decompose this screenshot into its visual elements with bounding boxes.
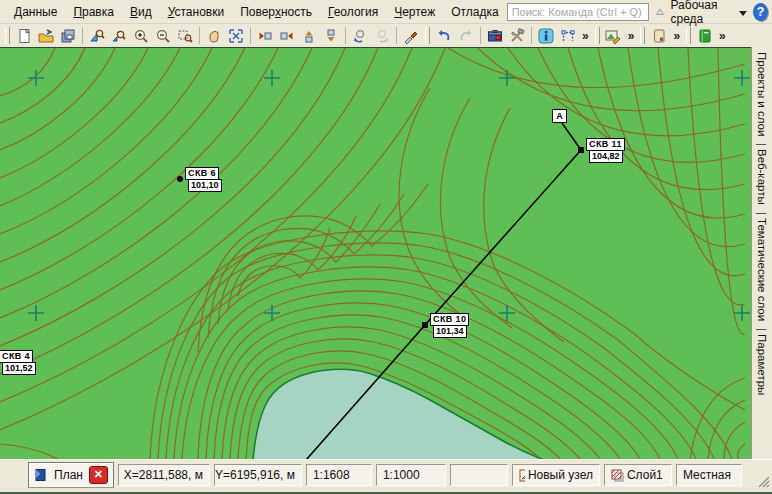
menu-item-3[interactable]: Вид — [122, 2, 160, 22]
redo-icon[interactable] — [455, 25, 476, 46]
survey-point-label[interactable]: СКВ 6101,10 — [185, 167, 222, 192]
layer-icon — [611, 469, 624, 482]
empty-status-field — [450, 464, 508, 486]
side-tab-4[interactable]: Параметры — [756, 323, 768, 397]
menubar-right: Рабочая среда ? — [507, 0, 772, 26]
menu-item-4[interactable]: Установки — [160, 2, 233, 22]
help-book-icon[interactable] — [694, 25, 715, 46]
menu-item-8[interactable]: Отладка — [443, 2, 506, 22]
survey-point-label[interactable]: СКВ 4101,52 — [0, 350, 36, 375]
undo-icon[interactable] — [433, 25, 454, 46]
menu-bar: ДанныеПравкаВидУстановкиПоверхностьГеоло… — [0, 0, 772, 24]
toolbar-overflow-button[interactable]: » — [716, 29, 729, 43]
map-markers: А СКВ 6101,10СКВ 11104,82СКВ 10101,34СКВ… — [0, 48, 751, 459]
menu-item-7[interactable]: Чертеж — [386, 2, 443, 22]
coord-system-field[interactable]: Местная — [676, 464, 742, 486]
scroll-right-icon[interactable] — [276, 25, 297, 46]
view-previous-icon[interactable] — [349, 25, 370, 46]
current-scale-value: 1:1608 — [313, 468, 350, 482]
menu-item-6[interactable]: Геология — [320, 2, 386, 22]
toolbar-separator — [199, 27, 200, 44]
zoom-extents-icon[interactable] — [86, 25, 107, 46]
scroll-left-icon[interactable] — [254, 25, 275, 46]
plan-view-icon — [34, 468, 48, 482]
toolbar-grip[interactable] — [5, 27, 10, 44]
menu-item-5[interactable]: Поверхность — [232, 2, 320, 22]
window-panel-icon[interactable] — [648, 25, 669, 46]
surface-editor-icon[interactable] — [603, 25, 624, 46]
y-coordinate-field: Y=6195,916, м — [214, 464, 302, 486]
y-coordinate-value: Y=6195,916, м — [215, 468, 295, 482]
fit-window-icon[interactable] — [225, 25, 246, 46]
survey-point-dot[interactable] — [422, 322, 428, 328]
side-tab-3[interactable]: Тематические слои — [756, 207, 768, 323]
survey-point-label[interactable]: СКВ 10101,34 — [430, 313, 469, 338]
view-next-icon[interactable] — [371, 25, 392, 46]
save-all-icon[interactable] — [57, 25, 78, 46]
side-tab-1[interactable]: Проекты и слои — [756, 50, 768, 138]
survey-point-elevation: 104,82 — [589, 150, 623, 163]
status-bar: План ✕ X=2811,588, м Y=6195,916, м 1:160… — [0, 459, 772, 492]
toolbar-separator — [480, 27, 481, 44]
new-document-icon[interactable] — [13, 25, 34, 46]
menu-item-1[interactable]: Данные — [6, 2, 65, 22]
scroll-down-icon[interactable] — [320, 25, 341, 46]
toolbar-separator — [396, 27, 397, 44]
survey-point-label[interactable]: СКВ 11104,82 — [586, 138, 625, 163]
side-panel-tabs: Проекты и слоиВеб-картыТематические слои… — [751, 47, 772, 459]
pin-triangle-icon[interactable] — [655, 6, 665, 18]
x-coordinate-value: X=2811,588, м — [124, 468, 203, 482]
select-frame-icon[interactable] — [557, 25, 578, 46]
menu-item-2[interactable]: Правка — [65, 2, 122, 22]
toolbar-grip[interactable] — [640, 27, 645, 44]
profile-start-label[interactable]: А — [552, 109, 567, 123]
survey-point-dot[interactable] — [578, 147, 584, 153]
zoom-selected-icon[interactable] — [108, 25, 129, 46]
layer-field[interactable]: Слой1 — [604, 464, 672, 486]
search-input[interactable] — [507, 3, 649, 21]
help-icon[interactable]: ? — [753, 3, 768, 21]
zoom-out-icon[interactable] — [152, 25, 173, 46]
toolbar-overflow-button[interactable]: » — [670, 29, 683, 43]
menu-items: ДанныеПравкаВидУстановкиПоверхностьГеоло… — [6, 5, 507, 19]
new-node-icon — [519, 469, 525, 482]
workspace-menu[interactable]: Рабочая среда — [671, 0, 748, 26]
toolbar: » » » » — [0, 24, 772, 47]
scroll-up-icon[interactable] — [298, 25, 319, 46]
mode-label: Новый узел — [528, 468, 593, 482]
survey-point-elevation: 101,52 — [2, 362, 36, 375]
toolbar-overflow-button[interactable]: » — [579, 29, 592, 43]
mode-field[interactable]: Новый узел — [512, 464, 600, 486]
toolbar-separator — [531, 27, 532, 44]
repaint-brush-icon[interactable] — [400, 25, 421, 46]
project-toolbox-icon[interactable] — [484, 25, 505, 46]
current-scale-field: 1:1608 — [306, 464, 372, 486]
toolbar-separator — [250, 27, 251, 44]
side-tab-2[interactable]: Веб-карты — [756, 138, 768, 207]
toolbar-separator — [82, 27, 83, 44]
open-folder-icon[interactable] — [35, 25, 56, 46]
workspace-label: Рабочая среда — [671, 0, 738, 26]
toolbar-grip[interactable] — [686, 27, 691, 44]
toolbar-grip[interactable] — [425, 27, 430, 44]
survey-point-elevation: 101,34 — [433, 325, 467, 338]
zoom-in-icon[interactable] — [130, 25, 151, 46]
resize-grip[interactable] — [756, 474, 770, 488]
info-icon[interactable] — [535, 25, 556, 46]
toolbar-overflow-button[interactable]: » — [625, 29, 638, 43]
map-canvas[interactable]: А СКВ 6101,10СКВ 11104,82СКВ 10101,34СКВ… — [0, 47, 751, 459]
settings-tools-icon[interactable] — [506, 25, 527, 46]
chevron-down-icon — [739, 11, 747, 16]
survey-point-dot[interactable] — [177, 176, 183, 182]
toolbar-separator — [345, 27, 346, 44]
toolbar-grip[interactable] — [595, 27, 600, 44]
tab-plan-label: План — [54, 468, 83, 482]
zoom-window-icon[interactable] — [174, 25, 195, 46]
main-area: А СКВ 6101,10СКВ 11104,82СКВ 10101,34СКВ… — [0, 47, 772, 459]
tab-plan[interactable]: План ✕ — [28, 462, 114, 488]
x-coordinate-field: X=2811,588, м — [118, 464, 210, 486]
set-scale-field[interactable]: 1:1000 — [376, 464, 446, 486]
close-icon[interactable]: ✕ — [89, 466, 108, 484]
pan-icon[interactable] — [203, 25, 224, 46]
layer-label: Слой1 — [627, 468, 663, 482]
